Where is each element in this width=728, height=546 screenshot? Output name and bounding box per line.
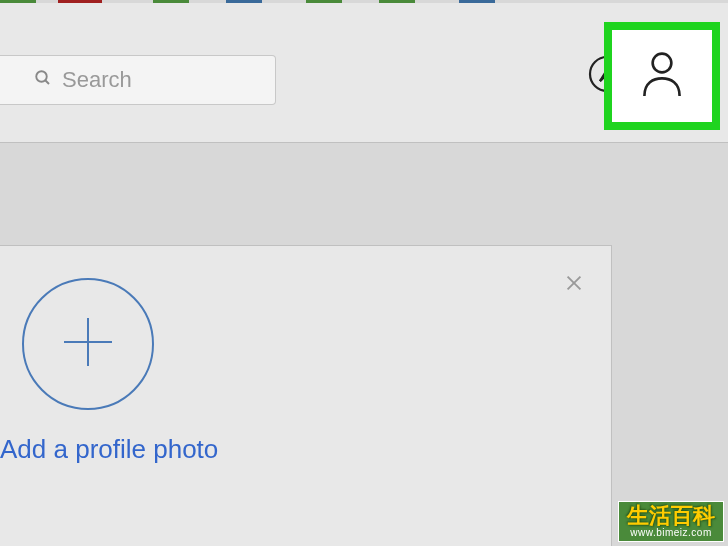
profile-button[interactable] [640,49,684,103]
search-icon [34,69,52,91]
user-icon [640,85,684,102]
svg-line-1 [45,80,49,84]
close-button[interactable] [563,272,585,298]
profile-photo-card: Add a profile photo [0,245,612,546]
add-photo-button[interactable] [22,278,154,410]
watermark-title: 生活百科 [627,505,715,527]
search-container[interactable] [0,55,276,105]
profile-highlight-box [604,22,720,130]
close-icon [563,280,585,297]
add-photo-label[interactable]: Add a profile photo [0,434,218,465]
plus-icon [56,310,120,378]
watermark: 生活百科 www.bimeiz.com [618,501,724,542]
search-input[interactable] [62,67,242,93]
watermark-url: www.bimeiz.com [630,527,711,538]
svg-point-7 [653,54,672,73]
svg-point-0 [36,71,47,82]
